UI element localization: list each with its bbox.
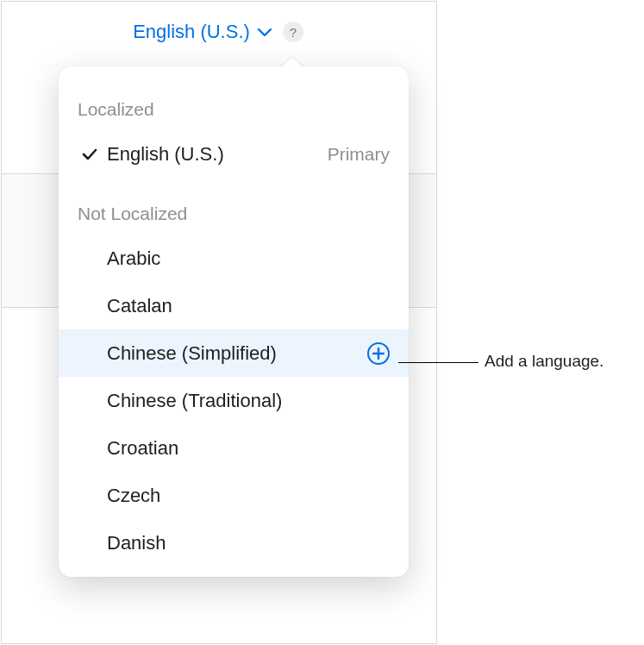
language-row-arabic[interactable]: Arabic bbox=[59, 235, 409, 282]
language-row-croatian[interactable]: Croatian bbox=[59, 424, 409, 472]
section-label-localized: Localized bbox=[59, 92, 409, 130]
callout-leader-line bbox=[398, 362, 478, 363]
language-row-chinese-simplified[interactable]: Chinese (Simplified) bbox=[59, 329, 409, 377]
language-label: Croatian bbox=[102, 437, 390, 460]
language-label: Danish bbox=[102, 532, 390, 554]
language-row-czech[interactable]: Czech bbox=[59, 472, 409, 519]
section-gap bbox=[59, 178, 409, 197]
help-button[interactable]: ? bbox=[283, 22, 303, 42]
language-label: English (U.S.) bbox=[102, 143, 328, 166]
language-row-english-us[interactable]: English (U.S.) Primary bbox=[59, 130, 409, 178]
chevron-down-icon bbox=[257, 28, 272, 37]
language-label: Chinese (Simplified) bbox=[102, 342, 367, 365]
checkmark-icon bbox=[82, 148, 97, 160]
callout-text: Add a language. bbox=[485, 352, 603, 371]
language-selector-row: English (U.S.) ? bbox=[0, 21, 436, 43]
language-suffix-primary: Primary bbox=[328, 144, 390, 165]
language-selector[interactable]: English (U.S.) bbox=[133, 21, 272, 43]
language-dropdown: Localized English (U.S.) Primary Not Loc… bbox=[59, 66, 409, 577]
language-selector-label: English (U.S.) bbox=[133, 21, 250, 43]
language-label: Chinese (Traditional) bbox=[102, 390, 390, 412]
language-label: Arabic bbox=[102, 247, 390, 270]
language-row-chinese-traditional[interactable]: Chinese (Traditional) bbox=[59, 377, 409, 424]
language-row-catalan[interactable]: Catalan bbox=[59, 282, 409, 329]
add-language-button[interactable] bbox=[367, 342, 390, 365]
plus-icon bbox=[372, 348, 385, 360]
language-label: Catalan bbox=[102, 295, 390, 317]
section-label-not-localized: Not Localized bbox=[59, 197, 409, 235]
question-mark-icon: ? bbox=[290, 25, 297, 40]
language-row-danish[interactable]: Danish bbox=[59, 519, 409, 567]
language-label: Czech bbox=[102, 485, 390, 507]
